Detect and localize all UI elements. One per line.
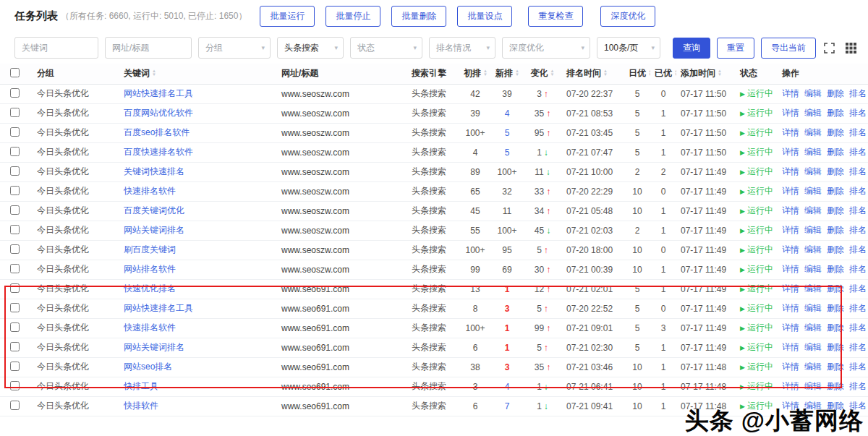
action-edit[interactable]: 编辑 <box>804 88 822 98</box>
action-rank[interactable]: 排名 <box>849 244 867 255</box>
column-header-5[interactable]: 初排▲▼ <box>459 64 491 84</box>
action-edit[interactable]: 编辑 <box>804 362 822 372</box>
row-checkbox[interactable] <box>10 322 20 332</box>
action-edit[interactable]: 编辑 <box>804 186 822 196</box>
action-edit[interactable]: 编辑 <box>804 108 822 118</box>
grid-icon[interactable] <box>846 43 856 54</box>
keyword-link[interactable]: 快排工具 <box>124 381 158 391</box>
page-size-select[interactable]: 100条/页 ▾ <box>597 37 660 59</box>
action-edit[interactable]: 编辑 <box>804 342 822 352</box>
action-rank[interactable]: 排名 <box>849 108 867 118</box>
action-rank[interactable]: 排名 <box>849 342 867 352</box>
keyword-link[interactable]: 快排软件 <box>124 401 158 411</box>
action-edit[interactable]: 编辑 <box>804 205 822 215</box>
keyword-link[interactable]: 网站seo排名 <box>124 362 172 372</box>
action-edit[interactable]: 编辑 <box>804 322 822 333</box>
action-rank[interactable]: 排名 <box>849 88 867 98</box>
engine-select[interactable]: 头条搜索 ▾ <box>277 37 344 59</box>
action-delete[interactable]: 删除 <box>827 147 844 157</box>
action-detail[interactable]: 详情 <box>782 225 799 235</box>
batch-button-2[interactable]: 批量停止 <box>326 6 380 27</box>
keyword-link[interactable]: 网站关键词排名 <box>124 342 184 352</box>
action-delete[interactable]: 删除 <box>827 303 844 313</box>
action-detail[interactable]: 详情 <box>782 205 799 215</box>
action-rank[interactable]: 排名 <box>849 186 867 196</box>
row-checkbox[interactable] <box>10 166 20 176</box>
keyword-link[interactable]: 网站关键词排名 <box>124 225 184 235</box>
action-detail[interactable]: 详情 <box>782 342 799 352</box>
action-delete[interactable]: 删除 <box>827 264 844 274</box>
column-header-10[interactable]: 已优▲▼ <box>650 64 676 84</box>
group-select[interactable]: 分组 ▾ <box>198 37 271 59</box>
action-edit[interactable]: 编辑 <box>804 127 822 137</box>
action-detail[interactable]: 详情 <box>782 147 799 157</box>
action-edit[interactable]: 编辑 <box>804 166 822 176</box>
action-detail[interactable]: 详情 <box>782 127 799 137</box>
keyword-link[interactable]: 网站排名软件 <box>124 264 176 274</box>
action-detail[interactable]: 详情 <box>782 264 799 274</box>
keyword-link[interactable]: 刷百度关键词 <box>124 244 176 255</box>
action-delete[interactable]: 删除 <box>827 186 844 196</box>
select-all-checkbox[interactable] <box>10 68 20 77</box>
action-edit[interactable]: 编辑 <box>804 381 822 391</box>
batch-button-5[interactable]: 重复检查 <box>528 6 583 27</box>
column-header-6[interactable]: 新排▲▼ <box>491 64 523 84</box>
row-checkbox[interactable] <box>10 342 20 351</box>
action-detail[interactable]: 详情 <box>782 166 799 176</box>
batch-button-6[interactable]: 深度优化 <box>600 6 655 27</box>
action-detail[interactable]: 详情 <box>782 108 799 118</box>
action-delete[interactable]: 删除 <box>827 342 844 352</box>
keyword-link[interactable]: 百度关键词优化 <box>124 205 184 215</box>
keyword-link[interactable]: 网站快速排名工具 <box>124 88 193 98</box>
keyword-link[interactable]: 百度快速排名软件 <box>124 147 193 157</box>
batch-button-4[interactable]: 批量设点 <box>457 6 512 27</box>
action-delete[interactable]: 删除 <box>827 283 844 294</box>
batch-button-1[interactable]: 批量运行 <box>260 6 315 27</box>
action-delete[interactable]: 删除 <box>827 205 844 215</box>
action-edit[interactable]: 编辑 <box>804 264 822 274</box>
action-detail[interactable]: 详情 <box>782 186 799 196</box>
row-checkbox[interactable] <box>10 225 20 234</box>
action-detail[interactable]: 详情 <box>782 283 799 294</box>
url-input[interactable] <box>105 37 192 59</box>
batch-button-3[interactable]: 批量删除 <box>391 6 446 27</box>
action-rank[interactable]: 排名 <box>849 283 867 294</box>
action-delete[interactable]: 删除 <box>827 127 844 137</box>
keyword-link[interactable]: 快速排名软件 <box>124 322 176 333</box>
deep-optimize-select[interactable]: 深度优化 ▾ <box>502 37 590 59</box>
export-current-button[interactable]: 导出当前 <box>761 38 816 59</box>
keyword-link[interactable]: 网站快速排名工具 <box>124 303 193 313</box>
action-delete[interactable]: 删除 <box>827 244 844 255</box>
action-detail[interactable]: 详情 <box>782 362 799 372</box>
row-checkbox[interactable] <box>10 147 20 156</box>
keyword-link[interactable]: 快速优化排名 <box>124 283 176 294</box>
action-delete[interactable]: 删除 <box>827 88 844 98</box>
column-header-11[interactable]: 添加时间▲▼ <box>676 64 736 84</box>
action-rank[interactable]: 排名 <box>849 381 867 391</box>
action-edit[interactable]: 编辑 <box>804 283 822 294</box>
keyword-link[interactable]: 百度seo排名软件 <box>124 127 190 137</box>
keyword-link[interactable]: 快速排名软件 <box>124 186 176 196</box>
action-edit[interactable]: 编辑 <box>804 147 822 157</box>
action-detail[interactable]: 详情 <box>782 303 799 313</box>
action-rank[interactable]: 排名 <box>849 127 867 137</box>
action-rank[interactable]: 排名 <box>849 147 867 157</box>
row-checkbox[interactable] <box>10 362 20 371</box>
rank-status-select[interactable]: 排名情况 ▾ <box>429 37 495 59</box>
action-rank[interactable]: 排名 <box>849 322 867 333</box>
keyword-link[interactable]: 百度网站优化软件 <box>124 108 193 118</box>
action-delete[interactable]: 删除 <box>827 166 844 176</box>
row-checkbox[interactable] <box>10 244 20 254</box>
action-delete[interactable]: 删除 <box>827 362 844 372</box>
action-rank[interactable]: 排名 <box>849 225 867 235</box>
action-delete[interactable]: 删除 <box>827 108 844 118</box>
action-delete[interactable]: 删除 <box>827 322 844 333</box>
column-header-2[interactable]: 关键词▲▼ <box>119 64 277 84</box>
row-checkbox[interactable] <box>10 381 20 390</box>
query-button[interactable]: 查询 <box>673 38 710 59</box>
row-checkbox[interactable] <box>10 401 20 410</box>
action-edit[interactable]: 编辑 <box>804 244 822 255</box>
action-rank[interactable]: 排名 <box>849 303 867 313</box>
action-edit[interactable]: 编辑 <box>804 303 822 313</box>
column-header-7[interactable]: 变化▲▼ <box>523 64 562 84</box>
